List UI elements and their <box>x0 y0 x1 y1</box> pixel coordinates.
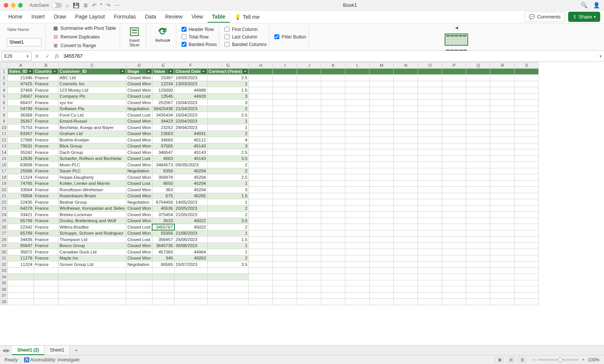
cell[interactable] <box>515 292 539 299</box>
cell[interactable] <box>345 249 370 255</box>
cell[interactable] <box>345 261 370 268</box>
cell[interactable] <box>442 180 466 187</box>
cell[interactable] <box>321 155 345 162</box>
cell[interactable] <box>490 180 515 187</box>
cell[interactable]: 63689 <box>8 162 34 168</box>
row-header[interactable]: 26 <box>0 224 8 230</box>
cell[interactable] <box>273 243 297 249</box>
cell[interactable]: 21/04/2023 <box>174 106 207 112</box>
formula-input[interactable] <box>61 52 597 60</box>
filter-dropdown-icon[interactable]: ▼ <box>202 69 206 74</box>
cell[interactable] <box>490 155 515 162</box>
cell[interactable] <box>8 280 34 286</box>
cell[interactable] <box>370 155 394 162</box>
cell[interactable] <box>418 112 442 118</box>
select-all-cell[interactable] <box>0 62 8 69</box>
cell[interactable] <box>345 75 370 81</box>
cell[interactable] <box>321 149 345 156</box>
cell[interactable]: Closed Won <box>126 162 152 168</box>
cell[interactable] <box>466 162 490 168</box>
cell[interactable] <box>515 180 539 187</box>
cell[interactable]: 45143 <box>174 155 207 162</box>
cell[interactable]: France <box>34 237 58 243</box>
cell[interactable] <box>442 131 466 137</box>
cell[interactable]: 20/05/2023 <box>174 205 207 212</box>
cell[interactable] <box>321 100 345 106</box>
cell[interactable] <box>321 118 345 124</box>
cell[interactable] <box>418 75 442 81</box>
cell[interactable]: France <box>34 162 58 168</box>
cell[interactable] <box>297 87 321 94</box>
cell[interactable] <box>370 137 394 143</box>
cell[interactable] <box>249 118 273 124</box>
cell[interactable] <box>515 87 539 94</box>
cell[interactable]: 1.5 <box>207 193 249 199</box>
cell[interactable] <box>297 292 321 299</box>
cell[interactable] <box>418 237 442 243</box>
cell[interactable] <box>297 267 321 274</box>
cell[interactable]: xyz Inc <box>58 100 126 106</box>
cell[interactable] <box>297 249 321 255</box>
cell[interactable]: 2 <box>207 106 249 112</box>
cell[interactable] <box>58 292 126 299</box>
cell[interactable]: 6754456 <box>152 199 174 206</box>
cell[interactable] <box>152 267 174 274</box>
cell[interactable]: France <box>34 124 58 131</box>
cell[interactable] <box>418 255 442 261</box>
cell[interactable]: Closed Won <box>126 131 152 137</box>
cell[interactable] <box>515 299 539 305</box>
row-header[interactable]: 12 <box>0 137 8 143</box>
autosave-toggle[interactable]: AutoSave <box>29 3 62 8</box>
switch-icon[interactable] <box>51 3 62 8</box>
cell[interactable] <box>345 274 370 280</box>
cell[interactable] <box>515 174 539 181</box>
cell[interactable] <box>273 155 297 162</box>
cell[interactable] <box>249 230 273 237</box>
cell[interactable] <box>321 255 345 261</box>
cell[interactable] <box>273 249 297 255</box>
row-header[interactable]: 14 <box>0 149 8 156</box>
cell[interactable] <box>345 286 370 293</box>
cell[interactable]: 45204 <box>174 168 207 174</box>
cell[interactable]: Graham Ltd <box>58 131 126 137</box>
cell[interactable] <box>466 218 490 224</box>
cell[interactable]: 3.5 <box>207 261 249 268</box>
cell[interactable]: 45536 <box>152 205 174 212</box>
cell[interactable]: 45112 <box>174 137 207 143</box>
cell[interactable] <box>394 149 418 156</box>
cell[interactable] <box>297 155 321 162</box>
cell[interactable] <box>273 124 297 131</box>
cell[interactable] <box>297 124 321 131</box>
row-header[interactable]: 19 <box>0 180 8 187</box>
cell[interactable]: 1 <box>207 81 249 87</box>
cell[interactable]: Runolfsson-Wintheiser <box>58 187 126 193</box>
cell[interactable] <box>273 75 297 81</box>
cell[interactable] <box>490 93 515 100</box>
cell[interactable] <box>442 237 466 243</box>
cell[interactable]: 45022 <box>174 218 207 224</box>
cell[interactable] <box>418 162 442 168</box>
cell[interactable] <box>515 149 539 156</box>
cell[interactable] <box>370 199 394 206</box>
cell[interactable] <box>490 292 515 299</box>
cell[interactable] <box>515 218 539 224</box>
cell[interactable] <box>370 68 394 75</box>
cell[interactable] <box>273 299 297 305</box>
column-header[interactable]: M <box>370 62 394 69</box>
cell[interactable] <box>394 224 418 230</box>
cell[interactable] <box>34 267 58 274</box>
cell[interactable] <box>394 106 418 112</box>
cell[interactable] <box>394 87 418 94</box>
cell[interactable] <box>297 118 321 124</box>
cell[interactable]: 44988 <box>174 87 207 94</box>
cell[interactable]: 66437 <box>8 100 34 106</box>
cell[interactable] <box>297 230 321 237</box>
cell[interactable] <box>321 274 345 280</box>
cell[interactable]: 3 <box>207 187 249 193</box>
cell[interactable] <box>490 212 515 218</box>
cell[interactable] <box>297 237 321 243</box>
menu-tab-table[interactable]: Table <box>208 11 230 23</box>
cell[interactable] <box>442 155 466 162</box>
row-header[interactable]: 1 <box>0 68 8 75</box>
cell[interactable] <box>466 255 490 261</box>
